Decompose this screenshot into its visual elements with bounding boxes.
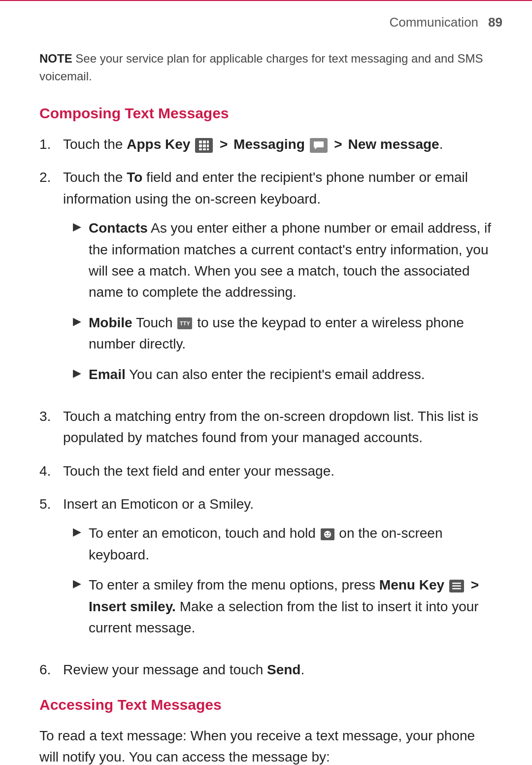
svg-rect-0 xyxy=(199,140,202,143)
step-2-content: Touch the To field and enter the recipie… xyxy=(63,167,493,394)
composing-section: Composing Text Messages 1. Touch the App… xyxy=(39,105,493,681)
step-5-num: 5. xyxy=(39,493,63,647)
apps-key-icon xyxy=(195,138,213,153)
accessing-intro: To read a text message: When you receive… xyxy=(39,725,493,765)
step-3-content: Touch a matching entry from the on-scree… xyxy=(63,406,493,449)
gt-1: > xyxy=(220,137,228,152)
menu-gt: > xyxy=(471,577,479,592)
new-message-label: New message xyxy=(348,137,439,152)
step-2-num: 2. xyxy=(39,167,63,394)
svg-point-11 xyxy=(328,533,330,534)
to-field-label: To xyxy=(127,170,142,185)
step-5: 5. Insert an Emoticon or a Smiley. ▶ To … xyxy=(39,493,493,647)
tty-icon: TTY xyxy=(177,317,192,329)
email-label: Email xyxy=(89,367,126,382)
insert-smiley-label: Insert smiley. xyxy=(89,599,176,614)
step-4-num: 4. xyxy=(39,460,63,482)
svg-point-9 xyxy=(324,531,331,538)
step-5-content: Insert an Emoticon or a Smiley. ▶ To ent… xyxy=(63,493,493,647)
emoticon-content: To enter an emoticon, touch and hold xyxy=(89,522,493,565)
email-content: Email You can also enter the recipient's… xyxy=(89,364,493,385)
step-1-num: 1. xyxy=(39,134,63,155)
step-2-sub-list: ▶ Contacts As you enter either a phone n… xyxy=(73,217,493,385)
contacts-content: Contacts As you enter either a phone num… xyxy=(89,217,493,303)
gt-2: > xyxy=(334,137,342,152)
arrow-email: ▶ xyxy=(73,365,89,382)
main-content: NOTE See your service plan for applicabl… xyxy=(0,30,532,765)
sub-item-contacts: ▶ Contacts As you enter either a phone n… xyxy=(73,217,493,303)
composing-heading: Composing Text Messages xyxy=(39,105,493,122)
mobile-label: Mobile xyxy=(89,315,133,330)
sub-item-mobile: ▶ Mobile Touch TTY to use the keypad to … xyxy=(73,312,493,355)
menu-key-label: Menu Key xyxy=(379,577,444,592)
note-body: See your service plan for applicable cha… xyxy=(39,52,483,83)
contacts-label: Contacts xyxy=(89,220,148,236)
arrow-smiley: ▶ xyxy=(73,575,89,592)
accessing-heading: Accessing Text Messages xyxy=(39,696,493,713)
note-text: NOTE See your service plan for applicabl… xyxy=(39,50,493,85)
svg-rect-7 xyxy=(203,148,206,150)
mobile-content: Mobile Touch TTY to use the keypad to en… xyxy=(89,312,493,355)
menu-key-icon xyxy=(449,580,464,592)
step-3: 3. Touch a matching entry from the on-sc… xyxy=(39,406,493,449)
svg-rect-8 xyxy=(207,148,209,150)
emoticon-icon xyxy=(321,528,334,540)
step-1-content: Touch the Apps Key xyxy=(63,134,493,155)
note-label: NOTE xyxy=(39,52,72,65)
apps-key-label: Apps Key xyxy=(127,137,190,152)
svg-rect-6 xyxy=(199,148,202,150)
step-5-sub-list: ▶ To enter an emoticon, touch and hold xyxy=(73,522,493,638)
arrow-mobile: ▶ xyxy=(73,313,89,330)
svg-rect-3 xyxy=(199,144,202,147)
sub-item-smiley: ▶ To enter a smiley from the menu option… xyxy=(73,574,493,638)
step-1: 1. Touch the Apps Key xyxy=(39,134,493,155)
sub-item-email: ▶ Email You can also enter the recipient… xyxy=(73,364,493,385)
messaging-icon xyxy=(310,138,328,153)
svg-rect-14 xyxy=(452,588,461,590)
step-6: 6. Review your message and touch Send. xyxy=(39,659,493,680)
svg-rect-2 xyxy=(207,140,209,143)
svg-rect-5 xyxy=(207,144,209,147)
step-6-num: 6. xyxy=(39,659,63,680)
svg-point-10 xyxy=(325,533,327,534)
svg-rect-13 xyxy=(452,585,461,587)
smiley-content: To enter a smiley from the menu options,… xyxy=(89,574,493,638)
svg-rect-4 xyxy=(203,144,206,147)
sub-item-emoticon: ▶ To enter an emoticon, touch and hold xyxy=(73,522,493,565)
header-title: Communication xyxy=(389,15,478,30)
arrow-emoticon: ▶ xyxy=(73,523,89,540)
page-header: Communication 89 xyxy=(0,0,532,30)
page-number: 89 xyxy=(488,15,502,30)
accessing-section: Accessing Text Messages To read a text m… xyxy=(39,696,493,765)
step-4-content: Touch the text field and enter your mess… xyxy=(63,460,493,482)
step-3-num: 3. xyxy=(39,406,63,449)
svg-rect-12 xyxy=(452,583,461,584)
messaging-label: Messaging xyxy=(233,137,305,152)
send-label: Send xyxy=(267,662,300,677)
step-6-content: Review your message and touch Send. xyxy=(63,659,493,680)
composing-steps-list: 1. Touch the Apps Key xyxy=(39,134,493,681)
note-section: NOTE See your service plan for applicabl… xyxy=(39,50,493,85)
arrow-contacts: ▶ xyxy=(73,218,89,235)
step-2: 2. Touch the To field and enter the reci… xyxy=(39,167,493,394)
svg-rect-1 xyxy=(203,140,206,143)
step-4: 4. Touch the text field and enter your m… xyxy=(39,460,493,482)
